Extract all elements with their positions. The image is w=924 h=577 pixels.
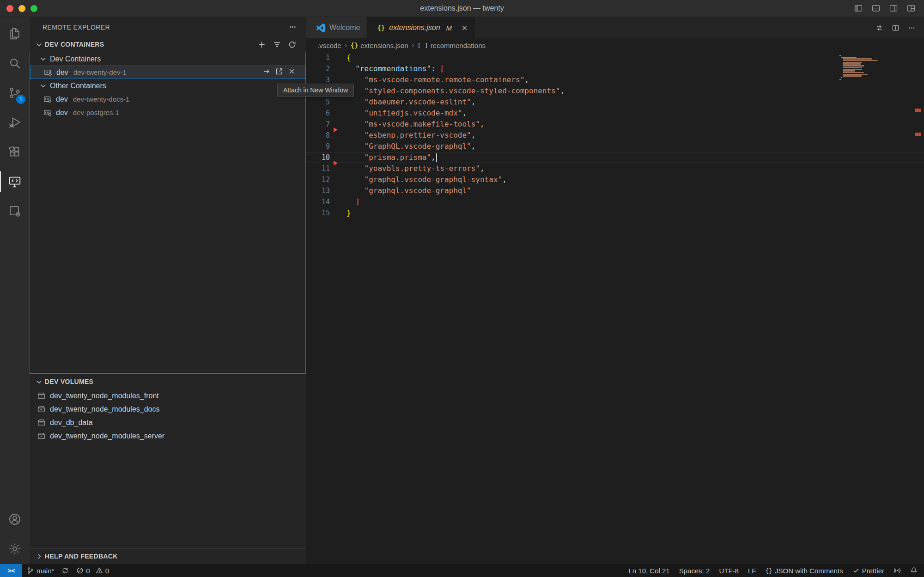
eol-item[interactable]: LF (748, 567, 756, 575)
line-number: 8 (306, 130, 330, 141)
warnings-icon (96, 567, 103, 574)
indentation-item[interactable]: Spaces: 2 (679, 567, 710, 575)
search-icon[interactable] (0, 49, 30, 78)
line-number: 14 (306, 196, 330, 207)
container-group-row[interactable]: Dev Containers (30, 52, 305, 66)
explorer-icon[interactable] (0, 19, 30, 49)
close-window-button[interactable] (6, 5, 13, 12)
tab-label: extensions.json (389, 24, 440, 32)
formatter-item[interactable]: Prettier (852, 567, 884, 575)
volume-icon (37, 391, 46, 400)
line-text: "ms-vscode-remote.remote-containers", (346, 74, 529, 85)
open-changes-icon[interactable] (875, 24, 883, 32)
code-line[interactable]: 9 "GraphQL.vscode-graphql", (306, 141, 924, 152)
minimap[interactable] (839, 55, 876, 80)
line-text: } (346, 207, 351, 219)
container-icon (43, 95, 52, 103)
remote-indicator[interactable]: >< (0, 564, 22, 577)
extensions-icon[interactable] (0, 137, 30, 167)
breadcrumb-symbol[interactable]: [ ]recommendations (417, 42, 486, 49)
split-editor-icon[interactable] (892, 24, 900, 32)
volume-row[interactable]: dev_db_data (30, 416, 306, 429)
volume-row[interactable]: dev_twenty_node_modules_server (30, 429, 306, 443)
toggle-sidebar-icon[interactable] (854, 4, 863, 13)
activity-bar: 1 (0, 17, 30, 564)
code-line[interactable]: 10 "prisma.prisma", (306, 152, 924, 163)
code-line[interactable]: 12 "graphql.vscode-graphql-syntax", (306, 174, 924, 185)
container-name: dev (56, 109, 68, 117)
code-line[interactable]: 14 ] (306, 196, 924, 207)
code-line[interactable]: 15} (306, 207, 924, 219)
line-text: "dbaeumer.vscode-eslint", (346, 97, 475, 108)
line-text: ] (346, 196, 360, 207)
run-debug-icon[interactable] (0, 108, 30, 137)
scm-changes-badge: 1 (16, 95, 25, 104)
dev-containers-section-header[interactable]: DEV CONTAINERS (30, 37, 306, 52)
container-tools-icon[interactable] (0, 196, 30, 226)
remote-explorer-icon[interactable] (0, 167, 30, 196)
language-mode-item[interactable]: {}JSON with Comments (765, 567, 843, 575)
minimize-window-button[interactable] (18, 5, 25, 12)
line-text: "prisma.prisma", (346, 152, 437, 163)
code-line[interactable]: 6 "unifiedjs.vscode-mdx", (306, 108, 924, 119)
minimap-line (843, 65, 864, 66)
code-line[interactable]: 2 "recommendations": [ (306, 63, 924, 74)
code-line[interactable]: 1{ (306, 52, 924, 63)
new-container-icon[interactable] (257, 40, 266, 49)
code-editor[interactable]: 1{2 "recommendations": [3 "ms-vscode-rem… (306, 52, 924, 564)
container-item-row[interactable]: devdev-twenty-dev-1 (30, 66, 305, 79)
toggle-panel-icon[interactable] (871, 4, 881, 13)
close-tab-icon[interactable] (461, 24, 468, 32)
broadcast-icon[interactable] (894, 567, 901, 574)
attach-container-button[interactable] (263, 67, 271, 77)
code-line[interactable]: 11 "yoavbls.pretty-ts-errors", (306, 163, 924, 174)
code-line[interactable]: 5 "dbaeumer.vscode-eslint", (306, 97, 924, 108)
git-branch-item[interactable]: main* (27, 567, 54, 575)
editor-more-actions-icon[interactable] (908, 24, 916, 32)
accounts-icon[interactable] (0, 504, 30, 534)
attach-new-window-button[interactable] (275, 67, 283, 77)
volume-label: dev_twenty_node_modules_docs (50, 405, 160, 413)
code-line[interactable]: 7 "ms-vscode.makefile-tools", (306, 119, 924, 130)
code-line[interactable]: 4 "styled-components.vscode-styled-compo… (306, 85, 924, 97)
volume-row[interactable]: dev_twenty_node_modules_docs (30, 402, 306, 416)
help-feedback-section-header[interactable]: HELP AND FEEDBACK (30, 548, 306, 564)
notifications-bell-icon[interactable] (910, 567, 918, 574)
sync-changes-item[interactable] (61, 567, 69, 574)
container-group-row[interactable]: Other Containers (30, 79, 305, 92)
vscode-logo-icon (316, 24, 325, 32)
more-actions-icon[interactable] (289, 23, 297, 31)
volume-label: dev_db_data (50, 419, 93, 427)
encoding-item[interactable]: UTF-8 (719, 567, 739, 575)
container-item-row[interactable]: devdev-twenty-docs-1 (30, 92, 305, 106)
volume-icon (37, 431, 46, 440)
git-deleted-marker (334, 161, 338, 165)
code-line[interactable]: 13 "graphql.vscode-graphql" (306, 185, 924, 196)
breadcrumb-folder[interactable]: .vscode (317, 42, 341, 49)
code-line[interactable]: 8 "esbenp.prettier-vscode", (306, 130, 924, 141)
source-control-icon[interactable]: 1 (0, 78, 30, 108)
tooltip: Attach in New Window (277, 84, 354, 97)
toggle-secondary-sidebar-icon[interactable] (889, 4, 898, 13)
gutter (330, 185, 346, 196)
problems-item[interactable]: 0 0 (76, 567, 109, 575)
group-label: Dev Containers (50, 55, 101, 63)
json-icon: {} (377, 24, 385, 31)
chevron-down-icon (35, 378, 43, 386)
vscode-window: extensions.json — twenty 1 (0, 0, 924, 577)
line-number: 9 (306, 141, 330, 152)
filter-list-icon[interactable] (273, 40, 281, 49)
dev-volumes-section-header[interactable]: DEV VOLUMES (30, 374, 306, 389)
tab-extensions-json[interactable]: {} extensions.json M (367, 17, 475, 38)
stop-container-button[interactable] (288, 67, 296, 77)
zoom-window-button[interactable] (30, 5, 37, 12)
volume-row[interactable]: dev_twenty_node_modules_front (30, 389, 306, 402)
code-line[interactable]: 3 "ms-vscode-remote.remote-containers", (306, 74, 924, 85)
cursor-position-item[interactable]: Ln 10, Col 21 (628, 567, 669, 575)
settings-gear-icon[interactable] (0, 534, 30, 564)
container-item-row[interactable]: devdev-postgres-1 (30, 106, 305, 119)
breadcrumb-file[interactable]: {}extensions.json (350, 42, 408, 49)
refresh-icon[interactable] (288, 40, 297, 49)
tab-welcome[interactable]: Welcome (306, 17, 367, 38)
customize-layout-icon[interactable] (906, 4, 916, 13)
